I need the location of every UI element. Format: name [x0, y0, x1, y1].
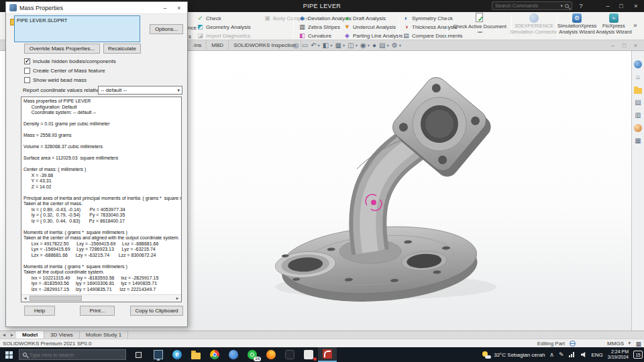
hide-show-items-icon[interactable]: ◉ [360, 41, 366, 50]
mass-properties-report-box[interactable]: Mass properties of PIPE LEVER Configurat… [21, 97, 182, 302]
view-palette-icon[interactable]: ▥ [634, 111, 642, 119]
ribbon-item-check-active-document[interactable]: ✓ Check Active Document [449, 13, 510, 40]
taskbar-app-file-explorer[interactable] [186, 347, 205, 362]
unit-system-selector[interactable]: MMGS [607, 341, 624, 347]
taskbar-app-display[interactable] [149, 347, 168, 362]
tab-model[interactable]: Model [16, 331, 44, 339]
show-hidden-icons-chevron[interactable]: ∧ [549, 351, 554, 359]
taskbar-app-dark[interactable] [280, 347, 299, 362]
doc-minimize-icon[interactable]: – [608, 41, 617, 50]
section-view-icon[interactable]: ◧ [323, 41, 329, 50]
ribbon-overflow-chevron[interactable]: » [633, 21, 637, 29]
taskbar-app-solidworks[interactable] [318, 347, 337, 362]
action-center-icon[interactable]: 15 [633, 351, 643, 359]
zoom-to-fit-icon[interactable]: ◎ [293, 41, 299, 50]
dialog-minimize-icon[interactable]: – [160, 4, 170, 12]
apply-scene-icon[interactable]: ▤ [379, 41, 385, 50]
custom-properties-icon[interactable]: ▦ [634, 137, 642, 145]
command-search-box[interactable]: ▾ [492, 1, 572, 10]
taskbar-app-firefox[interactable] [262, 347, 280, 362]
previous-view-icon[interactable]: ↶ [311, 41, 316, 50]
chevron-down-icon[interactable]: ▾ [330, 43, 332, 48]
start-button[interactable] [0, 347, 17, 362]
tab-motion-study-1[interactable]: Motion Study 1 [80, 331, 128, 339]
display-style-icon[interactable]: ◫ [347, 41, 354, 50]
chevron-down-icon[interactable]: ▾ [560, 3, 563, 9]
tab-3d-views[interactable]: 3D Views [44, 331, 80, 339]
ribbon-item-floxpress-wizard[interactable]: ≈ FloXpress Analysis Wizard [597, 13, 631, 40]
edit-appearance-icon[interactable]: ● [372, 41, 376, 50]
taskbar-app-light[interactable] [299, 347, 318, 362]
taskbar-app-chrome[interactable] [205, 347, 224, 362]
selected-document-box[interactable]: PIPE LEVER.SLDPRT [14, 15, 140, 42]
taskbar-app-whatsapp[interactable]: 16 [243, 347, 262, 362]
close-button[interactable]: × [629, 0, 643, 12]
recalculate-button[interactable]: Recalculate [103, 44, 141, 54]
task-view-button[interactable] [131, 350, 145, 359]
include-hidden-bodies-checkbox[interactable]: ✓ [24, 58, 30, 64]
chevron-down-icon[interactable]: ▾ [387, 43, 389, 48]
tab-scroll-left-icon[interactable]: ◂ [0, 331, 8, 339]
language-indicator[interactable]: ENG [592, 352, 603, 358]
appearances-icon[interactable] [634, 124, 642, 132]
ribbon-item-parting-line-analysis[interactable]: ◈ Parting Line Analysis [343, 32, 402, 40]
mass-properties-report[interactable]: Mass properties of PIPE LEVER Configurat… [23, 99, 181, 294]
custom-properties-status-icon[interactable]: ▦ [635, 341, 641, 347]
scrollbar-thumb[interactable] [30, 296, 82, 301]
clock[interactable]: 2:24 PM 3/19/2024 [608, 349, 629, 360]
search-input[interactable] [495, 3, 558, 9]
chevron-down-icon[interactable]: ▾ [318, 43, 320, 48]
view-orientation-icon[interactable]: ▦ [335, 41, 341, 50]
taskbar-search-box[interactable] [19, 349, 126, 360]
network-icon[interactable] [569, 352, 576, 357]
print-button[interactable]: Print... [80, 306, 115, 316]
dialog-close-icon[interactable]: × [174, 4, 184, 12]
scroll-right-icon[interactable]: ▸ [174, 295, 181, 302]
chevron-down-icon[interactable]: ▾ [399, 43, 401, 48]
tab-solidworks-inspection[interactable]: SOLIDWORKS Inspection [229, 40, 301, 50]
taskbar-search-input[interactable] [30, 352, 122, 358]
create-center-of-mass-checkbox[interactable]: ✓ [24, 68, 30, 74]
help-button[interactable]: Help [24, 306, 55, 316]
taskbar-app-blue[interactable] [224, 347, 243, 362]
minimize-button[interactable]: – [601, 0, 614, 12]
help-icon[interactable]: ? [577, 3, 585, 9]
scroll-left-icon[interactable]: ◂ [21, 295, 29, 302]
pen-icon[interactable]: ✎ [559, 351, 564, 359]
3dexperience-marketplace-icon[interactable] [634, 60, 642, 68]
ribbon-item-curvature[interactable]: ◧ Curvature [299, 32, 331, 40]
ribbon-item-symmetry-check[interactable]: ◐ Symmetry Check [402, 15, 453, 22]
doc-close-icon[interactable]: × [631, 41, 640, 50]
chevron-down-icon[interactable]: ▾ [343, 43, 345, 48]
horizontal-scrollbar[interactable]: ◂ ▸ [21, 294, 181, 302]
restore-button[interactable]: □ [614, 0, 628, 12]
chevron-down-icon[interactable]: ▾ [368, 43, 370, 48]
file-explorer-icon[interactable]: ▤ [634, 99, 642, 107]
search-icon[interactable] [565, 4, 569, 8]
zoom-area-icon[interactable]: ▭ [302, 41, 308, 50]
dialog-titlebar[interactable]: Mass Properties – × [6, 2, 187, 14]
show-weld-bead-mass-checkbox[interactable]: ✓ [24, 77, 30, 83]
chevron-down-icon[interactable]: ▾ [356, 43, 358, 48]
design-library-icon[interactable] [634, 88, 642, 94]
view-settings-icon[interactable]: ⚙ [392, 41, 398, 50]
doc-restore-icon[interactable]: □ [620, 41, 629, 50]
options-button[interactable]: Options... [150, 24, 183, 34]
model-3d-view[interactable] [188, 51, 631, 330]
copy-to-clipboard-button[interactable]: Copy to Clipboard [130, 306, 183, 316]
tab-add-ins[interactable]: -Ins [188, 40, 207, 50]
home-icon[interactable]: ⌂ [634, 73, 642, 81]
ribbon-item-zebra-stripes[interactable]: ▥ Zebra Stripes [299, 23, 340, 31]
ribbon-item-check[interactable]: ✓ Check [197, 15, 221, 22]
override-mass-properties-button[interactable]: Override Mass Properties... [24, 44, 100, 54]
ribbon-item-draft-analysis[interactable]: ▲ Draft Analysis [343, 15, 386, 22]
tab-scroll-right-icon[interactable]: ▸ [8, 331, 16, 339]
ribbon-item-geometry-analysis[interactable]: ◩ Geometry Analysis [197, 23, 251, 31]
tab-mbd[interactable]: MBD [207, 40, 229, 50]
ribbon-item-undercut-analysis[interactable]: ▼ Undercut Analysis [343, 23, 396, 31]
ribbon-item-simulationxpress-wizard[interactable]: ⚙ SimulationXpress Analysis Wizard [558, 13, 596, 40]
coordinate-system-select[interactable]: -- default -- ▾ [98, 86, 182, 95]
chevron-down-icon[interactable]: ▾ [628, 341, 631, 346]
volume-icon[interactable] [581, 352, 587, 358]
taskbar-app-edge[interactable]: e [168, 347, 186, 362]
